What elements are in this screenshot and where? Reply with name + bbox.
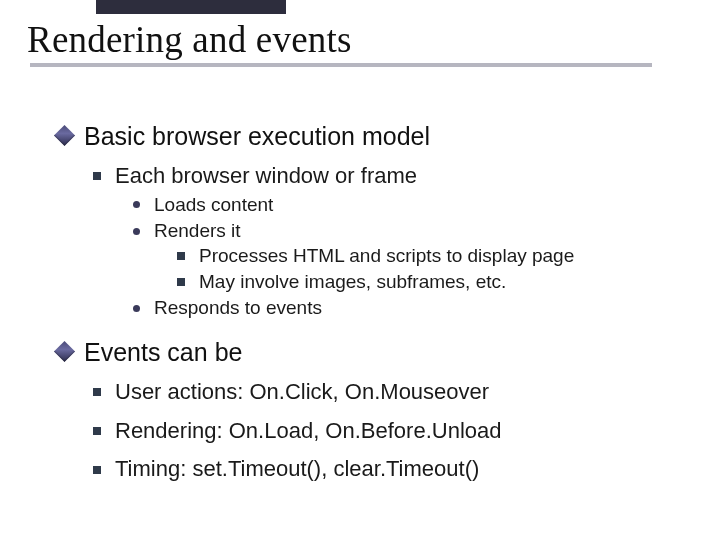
square-icon [93,427,101,435]
diamond-icon [54,341,75,362]
sub-bullet: Processes HTML and scripts to display pa… [177,244,692,268]
bullet: Loads content [133,193,692,217]
diamond-icon [54,125,75,146]
section-1-head: Basic browser execution model [57,120,692,152]
text: Renders it [154,219,241,243]
bullet: Timing: set.Timeout(), clear.Timeout() [93,455,692,484]
sub-bullet: May involve images, subframes, etc. [177,270,692,294]
text: Timing: set.Timeout(), clear.Timeout() [115,455,479,484]
square-icon [177,278,185,286]
text: Loads content [154,193,273,217]
bullet: User actions: On.Click, On.Mouseover [93,378,692,407]
bullet: Renders it [133,219,692,243]
text: May involve images, subframes, etc. [199,270,506,294]
text: User actions: On.Click, On.Mouseover [115,378,489,407]
bullet: Responds to events [133,296,692,320]
text: Events can be [84,336,242,368]
text: Basic browser execution model [84,120,430,152]
section-1-sub: Each browser window or frame [93,162,692,191]
text: Each browser window or frame [115,162,417,191]
text: Responds to events [154,296,322,320]
square-icon [93,388,101,396]
slide-title: Rendering and events [27,18,352,61]
square-icon [93,172,101,180]
decoration-bar [96,0,286,14]
slide: Rendering and events Basic browser execu… [0,0,720,540]
section-2-head: Events can be [57,336,692,368]
title-shadow [30,63,652,67]
text: Processes HTML and scripts to display pa… [199,244,574,268]
square-icon [177,252,185,260]
bullet: Rendering: On.Load, On.Before.Unload [93,417,692,446]
text: Rendering: On.Load, On.Before.Unload [115,417,501,446]
dot-icon [133,228,140,235]
dot-icon [133,201,140,208]
slide-body: Basic browser execution model Each brows… [57,120,692,486]
dot-icon [133,305,140,312]
square-icon [93,466,101,474]
